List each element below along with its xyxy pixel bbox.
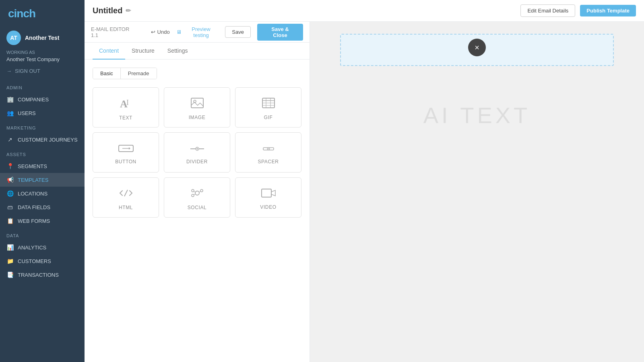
sign-out-label: SIGN OUT (15, 68, 40, 74)
video-icon (261, 188, 276, 201)
svg-text:I: I (126, 99, 129, 107)
chart-icon: 📊 (6, 244, 14, 251)
data-fields-label: DATA FIELDS (18, 204, 50, 210)
toggle-basic[interactable]: Basic (93, 68, 121, 79)
svg-rect-29 (262, 189, 271, 197)
toggle-premade[interactable]: Premade (121, 68, 157, 79)
svg-point-24 (200, 189, 203, 192)
editor-area: E-MAIL EDITOR 1.1 ↩ Undo 🖥 Preview testi… (85, 22, 644, 362)
locations-label: LOCATIONS (18, 191, 47, 197)
journey-icon: ↗ (6, 136, 14, 143)
social-icon (190, 187, 204, 202)
content-item-image[interactable]: IMAGE (164, 87, 230, 128)
gif-icon (262, 97, 275, 111)
sidebar-item-locations[interactable]: 🌐 LOCATIONS (0, 187, 85, 200)
toggle-group: Basic Premade (93, 68, 157, 79)
marketing-section-label: Marketing (0, 120, 85, 133)
database-icon: 🗃 (6, 204, 14, 210)
pin-icon: 📍 (6, 163, 14, 169)
assets-section-label: Assets (0, 146, 85, 159)
image-icon (190, 97, 204, 111)
data-section-label: Data (0, 228, 85, 241)
panel-tabs: Content Structure Settings (85, 43, 310, 60)
tab-settings[interactable]: Settings (161, 43, 194, 60)
table-icon: 📁 (6, 258, 14, 264)
topbar: Untitled ✏ Edit Email Details Publish Te… (85, 0, 644, 22)
svg-marker-12 (129, 147, 130, 150)
edit-title-icon[interactable]: ✏ (126, 7, 131, 14)
sidebar-item-web-forms[interactable]: 📋 WEB FORMS (0, 214, 85, 228)
preview-icon: 🖥 (176, 29, 182, 35)
content-item-html[interactable]: HTML (93, 177, 159, 218)
content-item-spacer[interactable]: SPACER (235, 132, 301, 173)
user-name: Another Test (25, 35, 59, 41)
divider-label: DIVIDER (186, 159, 208, 165)
avatar: AT (6, 31, 21, 45)
svg-line-21 (124, 190, 128, 196)
companies-label: COMPANIES (18, 97, 49, 103)
gif-label: GIF (264, 115, 273, 120)
user-section: AT Another Test (0, 26, 85, 50)
content-item-divider[interactable]: DIVIDER (164, 132, 230, 173)
html-label: HTML (119, 205, 133, 210)
customers-label: CUSTOMERS (18, 258, 51, 264)
content-item-gif[interactable]: GIF (235, 87, 301, 128)
sidebar-item-templates[interactable]: 📢 TEMPLATES (0, 173, 85, 187)
sidebar-item-customers[interactable]: 📁 CUSTOMERS (0, 254, 85, 268)
sidebar-item-companies[interactable]: 🏢 COMPANIES (0, 93, 85, 106)
canvas-area: × ⬇ AI TEXT (310, 22, 644, 362)
segments-label: SEGMENTS (18, 163, 47, 169)
save-close-button[interactable]: Save & Close (257, 24, 303, 41)
sidebar-item-segments[interactable]: 📍 SEGMENTS (0, 159, 85, 173)
edit-email-details-button[interactable]: Edit Email Details (520, 4, 575, 17)
text-label: TEXT (119, 115, 132, 121)
social-label: SOCIAL (188, 205, 207, 210)
sidebar-item-analytics[interactable]: 📊 ANALYTICS (0, 241, 85, 254)
video-label: VIDEO (260, 204, 276, 210)
content-item-text[interactable]: A I TEXT (93, 87, 159, 128)
text-icon: A I (119, 97, 133, 112)
working-as-label: WORKING AS (0, 50, 85, 56)
analytics-label: ANALYTICS (18, 245, 46, 251)
close-icon: × (475, 43, 479, 51)
page-title-area: Untitled ✏ (93, 6, 131, 15)
company-name: Another Test Company (0, 56, 85, 66)
main-content: Untitled ✏ Edit Email Details Publish Te… (85, 0, 644, 362)
preview-label: Preview testing (184, 26, 219, 38)
svg-point-22 (195, 191, 199, 195)
tab-structure[interactable]: Structure (125, 43, 161, 60)
panel-content: Basic Premade A I TEXT (85, 60, 310, 362)
logo: cinch (0, 0, 85, 26)
megaphone-icon: 📢 (6, 177, 14, 183)
tab-content[interactable]: Content (93, 43, 125, 60)
save-button[interactable]: Save (225, 26, 251, 38)
content-item-video[interactable]: VIDEO (235, 177, 301, 218)
sidebar-item-transactions[interactable]: 📑 TRANSACTIONS (0, 268, 85, 282)
divider-icon (190, 143, 205, 156)
web-forms-label: WEB FORMS (18, 218, 50, 224)
sidebar-item-customer-journeys[interactable]: ↗ CUSTOMER JOURNEYS (0, 133, 85, 146)
building-icon: 🏢 (6, 96, 14, 103)
sidebar-item-users[interactable]: 👥 USERS (0, 106, 85, 120)
sign-out-button[interactable]: → SIGN OUT (0, 66, 85, 80)
content-item-social[interactable]: SOCIAL (164, 177, 230, 218)
admin-section-label: Admin (0, 80, 85, 93)
sidebar: cinch AT Another Test WORKING AS Another… (0, 0, 85, 362)
content-item-button[interactable]: BUTTON (93, 132, 159, 173)
svg-rect-2 (191, 98, 203, 108)
html-icon (119, 187, 133, 202)
ai-text-display: AI TEXT (423, 102, 531, 128)
undo-button[interactable]: ↩ Undo (151, 29, 170, 35)
svg-point-23 (192, 189, 194, 192)
undo-label: Undo (157, 29, 170, 35)
preview-button[interactable]: 🖥 Preview testing (176, 26, 219, 38)
sidebar-item-data-fields[interactable]: 🗃 DATA FIELDS (0, 200, 85, 214)
editor-toolbar: E-MAIL EDITOR 1.1 ↩ Undo 🖥 Preview testi… (85, 22, 310, 43)
image-label: IMAGE (189, 115, 206, 120)
undo-icon: ↩ (151, 29, 155, 35)
page-title: Untitled (93, 6, 122, 15)
editor-label: E-MAIL EDITOR 1.1 (91, 26, 138, 38)
close-overlay-button[interactable]: × (468, 39, 486, 56)
publish-template-button[interactable]: Publish Template (580, 5, 636, 16)
content-grid: A I TEXT (93, 87, 301, 218)
